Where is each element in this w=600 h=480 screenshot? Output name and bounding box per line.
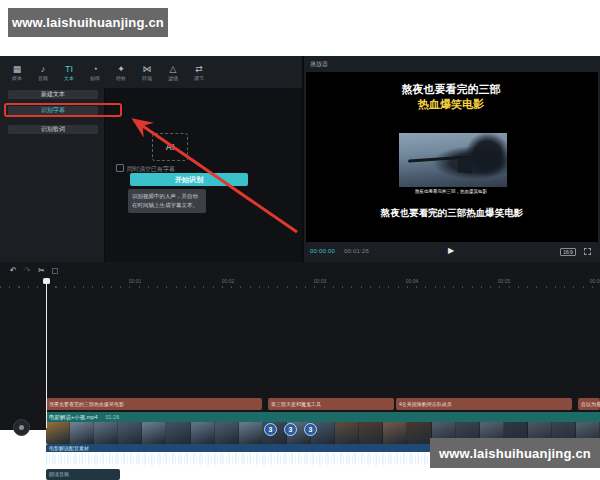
overlay-title-line1: 熬夜也要看完的三部 [386,82,516,97]
filmstrip-thumb [383,422,407,444]
filmstrip-thumb [239,422,263,444]
watermark-top: www.laishuihuanjing.cn [8,8,168,37]
transition-icon: ⋈ [143,64,152,75]
recognize-tooltip: 识别视频中的人声，并自动在时间轴上生成字幕文本。 [128,189,206,213]
tab-filter[interactable]: △ 滤镜 [160,59,186,85]
text-icon: TI [65,64,73,75]
tts-audio-clip[interactable]: 朗读音频 [46,469,120,480]
new-text-button[interactable]: 新建文本 [8,90,98,99]
tab-media[interactable]: ▦ 媒体 [4,59,30,85]
undo-button[interactable]: ↶ [10,266,17,276]
filmstrip-thumb [359,422,383,444]
delete-button[interactable] [52,268,58,274]
filmstrip-thumb [166,422,190,444]
text-clip[interactable]: 4名美国海豹突击队成员 [396,398,572,410]
checkbox-icon [116,164,124,172]
countdown-3-badge: 3 [304,423,317,436]
player-title: 播放器 [310,60,328,69]
player-panel: 播放器 熬夜也要看完的三部 热血爆笑电影 熬夜也要看完的三部，热血爆笑电影 熬夜… [304,56,600,262]
filmstrip-thumb [191,422,215,444]
video-preview: 熬夜也要看完的三部 热血爆笑电影 熬夜也要看完的三部，热血爆笑电影 熬夜也要看完… [306,72,598,242]
filmstrip-thumb [94,422,118,444]
aspect-ratio-button[interactable]: 16:9 [560,248,576,256]
effects-icon: ✦ [117,64,125,75]
ruler-label: 00:06 [590,278,600,284]
filmstrip-thumb [118,422,142,444]
filmstrip-thumb [335,422,359,444]
sticker-icon: ◔ [92,64,97,75]
ruler-label: 00:05 [498,278,511,284]
filmstrip-thumb [142,422,166,444]
tab-audio[interactable]: ♪ 音频 [30,59,56,85]
text-clip[interactable]: 第三部天使和魔鬼工具 [268,398,394,410]
tab-transition[interactable]: ⋈ 转场 [134,59,160,85]
time-ruler[interactable]: 00:01 00:02 00:03 00:04 00:05 00:06 [0,278,600,288]
tab-effects[interactable]: ✦ 特效 [108,59,134,85]
total-time: 00:01:26 [344,248,369,254]
filmstrip-thumb [46,422,70,444]
annotation-red-box [4,103,122,117]
checkbox-label: 同时清空已有字幕 [127,166,175,172]
ruler-label: 00:01 [129,278,142,284]
ruler-label: 00:02 [222,278,235,284]
recognize-lyrics-button[interactable]: 识别歌词 [8,125,98,134]
filter-icon: △ [170,64,177,75]
movie-frame [399,133,507,187]
countdown-3-badge: 3 [284,423,297,436]
mute-track-button[interactable] [13,419,30,436]
adjust-icon: ⇄ [195,64,203,75]
media-icon: ▦ [13,64,22,75]
video-editor-app: ▦ 媒体 ♪ 音频 TI 文本 ◔ 贴纸 ✦ 特效 ⋈ 转场 [0,56,600,430]
countdown-3-badge: 3 [264,423,277,436]
play-button[interactable]: ▶ [448,246,454,255]
gunner-shape [458,158,474,174]
watermark-bottom: www.laishuihuanjing.cn [430,438,600,468]
current-time: 00:00:00 [310,248,335,254]
ai-scan-icon: AI [152,133,188,161]
filmstrip-thumb [70,422,94,444]
fullscreen-icon[interactable] [584,248,591,255]
ruler-label: 00:04 [406,278,419,284]
top-toolbar: ▦ 媒体 ♪ 音频 TI 文本 ◔ 贴纸 ✦ 特效 ⋈ 转场 [0,56,302,88]
playhead[interactable] [46,278,47,428]
start-recognize-button[interactable]: 开始识别 [130,173,248,186]
overlay-title-line2: 热血爆笑电影 [386,97,516,112]
video-clip-header[interactable]: 电影解说+小视.mp401:26 [46,412,600,422]
filmstrip-thumb [407,422,431,444]
redo-button[interactable]: ↷ [24,266,31,276]
tab-sticker[interactable]: ◔ 贴纸 [82,59,108,85]
timeline: ↶ ↷ ✂ 00:01 00:02 00:03 00:04 00:05 00:0… [0,262,600,430]
text-clip[interactable]: 熬夜也要看完的三部热血爆笑电影 [46,398,262,410]
filmstrip-thumb [215,422,239,444]
video-clip-duration: 01:26 [105,414,119,420]
text-clip[interactable]: 自以为看完整部的大片 [578,398,600,410]
audio-icon: ♪ [41,64,46,75]
tab-adjust[interactable]: ⇄ 调节 [186,59,212,85]
video-clip-name: 电影解说+小视.mp4 [49,414,97,420]
tab-text[interactable]: TI 文本 [56,59,82,85]
split-button[interactable]: ✂ [38,266,45,276]
preview-subtitle: 熬夜也要看完的三部热血爆笑电影 [322,207,582,220]
ruler-label: 00:03 [314,278,327,284]
frame-caption: 熬夜也要看完的三部，热血爆笑电影 [366,189,536,194]
